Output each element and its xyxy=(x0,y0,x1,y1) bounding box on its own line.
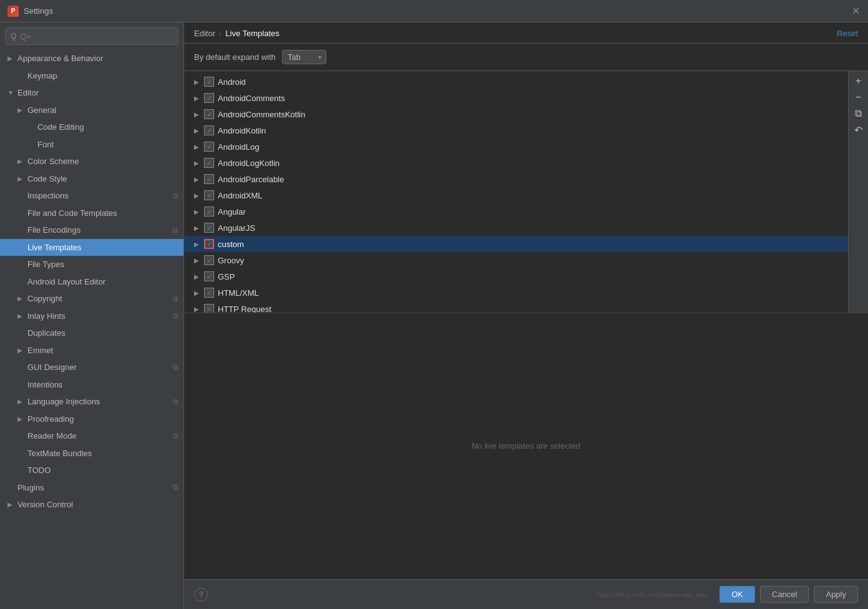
template-item[interactable]: ▶✓AndroidKotlin xyxy=(184,122,848,139)
cancel-button[interactable]: Cancel xyxy=(760,586,809,603)
sidebar-item-inlay-hints[interactable]: ▶ Inlay Hints ⧉ xyxy=(0,308,183,325)
template-item[interactable]: ▶✓HTML/XML xyxy=(184,285,848,301)
apply-button[interactable]: Apply xyxy=(814,586,858,603)
sidebar-item-version-control[interactable]: ▶ Version Control xyxy=(0,496,183,514)
sidebar: Q ▶ Appearance & Behavior Keymap ▼ Edito… xyxy=(0,22,184,609)
checkbox[interactable]: ✓ xyxy=(204,304,214,313)
breadcrumb: Editor › Live Templates xyxy=(194,29,280,38)
checkbox[interactable]: ✓ xyxy=(204,207,214,217)
sidebar-item-code-editing[interactable]: Code Editing xyxy=(0,119,183,136)
sidebar-item-label: Color Scheme xyxy=(27,155,178,168)
template-item[interactable]: ▶✓Groovy xyxy=(184,252,848,268)
title-bar-title: Settings xyxy=(24,6,851,16)
close-button[interactable]: ✕ xyxy=(851,6,861,16)
checkbox[interactable]: ✓ xyxy=(204,125,214,135)
template-name: AndroidLogKotlin xyxy=(218,158,280,168)
checkbox[interactable]: ✓ xyxy=(204,239,214,249)
sidebar-item-proofreading[interactable]: ▶ Proofreading xyxy=(0,411,183,428)
remove-button[interactable]: − xyxy=(851,90,866,105)
template-item[interactable]: ▶✓Angular xyxy=(184,203,848,220)
checkbox[interactable]: ✓ xyxy=(204,93,214,103)
template-item[interactable]: ▶✓AndroidLogKotlin xyxy=(184,155,848,171)
template-item[interactable]: ▶✓AndroidParcelable xyxy=(184,171,848,187)
sidebar-item-label: General xyxy=(27,104,178,117)
sidebar-item-appearance[interactable]: ▶ Appearance & Behavior xyxy=(0,50,183,67)
template-name: AndroidKotlin xyxy=(218,126,266,135)
template-name: AndroidXML xyxy=(218,191,263,200)
sidebar-item-textmate-bundles[interactable]: TextMate Bundles xyxy=(0,445,183,462)
undo-button[interactable]: ↶ xyxy=(851,122,866,137)
sidebar-item-label: Inlay Hints xyxy=(27,310,170,323)
checkbox[interactable]: ✓ xyxy=(204,77,214,87)
sidebar-item-file-encodings[interactable]: File Encodings ⧉ xyxy=(0,222,183,239)
breadcrumb-separator: › xyxy=(219,29,222,38)
chevron-right-icon: ▶ xyxy=(17,105,27,115)
checkbox[interactable]: ✓ xyxy=(204,142,214,152)
help-button[interactable]: ? xyxy=(194,588,208,602)
sidebar-item-general[interactable]: ▶ General xyxy=(0,102,183,119)
sidebar-item-file-code-templates[interactable]: File and Code Templates xyxy=(0,205,183,222)
sidebar-item-font[interactable]: Font xyxy=(0,136,183,153)
sidebar-item-code-style[interactable]: ▶ Code Style xyxy=(0,170,183,188)
template-item[interactable]: ▶✓GSP xyxy=(184,268,848,285)
template-name: AndroidParcelable xyxy=(218,175,284,184)
sidebar-item-duplicates[interactable]: Duplicates xyxy=(0,324,183,342)
search-box[interactable]: Q xyxy=(5,27,178,45)
expand-select[interactable]: Tab Space Enter xyxy=(282,50,326,64)
bottom-bar: ? https://blog.csdn.net/yerenyuan_pku OK… xyxy=(184,579,868,609)
template-item[interactable]: ▶✓AndroidXML xyxy=(184,187,848,203)
sidebar-item-label: Duplicates xyxy=(27,327,178,339)
chevron-right-icon: ▶ xyxy=(7,54,17,63)
template-name: AndroidCommentsKotlin xyxy=(218,110,305,119)
checkbox[interactable]: ✓ xyxy=(204,109,214,119)
template-item[interactable]: ▶✓Android xyxy=(184,74,848,90)
checkbox[interactable]: ✓ xyxy=(204,158,214,168)
sidebar-item-label: Editor xyxy=(17,87,178,99)
template-item[interactable]: ▶✓AndroidComments xyxy=(184,90,848,106)
template-name: GSP xyxy=(218,272,235,281)
dialog-buttons: OK Cancel Apply xyxy=(719,586,858,603)
checkbox[interactable]: ✓ xyxy=(204,190,214,200)
sidebar-item-todo[interactable]: TODO xyxy=(0,462,183,479)
template-item[interactable]: ▶✓AndroidLog xyxy=(184,139,848,155)
sidebar-item-label: Inspections xyxy=(27,190,170,202)
sidebar-item-label: TODO xyxy=(27,464,178,477)
checkbox[interactable]: ✓ xyxy=(204,288,214,298)
sidebar-item-label: Proofreading xyxy=(27,413,178,426)
sidebar-item-emmet[interactable]: ▶ Emmet xyxy=(0,342,183,359)
sidebar-item-keymap[interactable]: Keymap xyxy=(0,67,183,85)
sidebar-item-file-types[interactable]: File Types xyxy=(0,256,183,273)
sidebar-item-editor[interactable]: ▼ Editor xyxy=(0,84,183,102)
template-item[interactable]: ▶✓AngularJS xyxy=(184,220,848,236)
sidebar-item-label: Version Control xyxy=(17,499,178,511)
sidebar-item-gui-designer[interactable]: GUI Designer ⧉ xyxy=(0,359,183,376)
ok-button[interactable]: OK xyxy=(719,586,755,603)
copy-icon: ⧉ xyxy=(173,396,178,407)
sidebar-item-inspections[interactable]: Inspections ⧉ xyxy=(0,187,183,205)
template-name: AndroidComments xyxy=(218,94,285,103)
template-item[interactable]: ▶✓AndroidCommentsKotlin xyxy=(184,106,848,122)
sidebar-item-plugins[interactable]: Plugins ⧉ xyxy=(0,479,183,497)
chevron-right-icon: ▶ xyxy=(194,290,204,296)
template-item[interactable]: ▶✓HTTP Request xyxy=(184,301,848,313)
breadcrumb-current: Live Templates xyxy=(225,29,279,38)
copy-button[interactable]: ⧉ xyxy=(851,106,866,121)
sidebar-item-reader-mode[interactable]: Reader Mode ⧉ xyxy=(0,427,183,445)
expand-select-wrapper[interactable]: Tab Space Enter xyxy=(282,50,326,64)
add-button[interactable]: + xyxy=(851,74,866,89)
checkbox[interactable]: ✓ xyxy=(204,223,214,233)
checkbox[interactable]: ✓ xyxy=(204,174,214,184)
action-buttons: + − ⧉ ↶ xyxy=(848,71,868,313)
sidebar-item-intentions[interactable]: Intentions xyxy=(0,376,183,394)
sidebar-item-color-scheme[interactable]: ▶ Color Scheme xyxy=(0,153,183,170)
sidebar-item-copyright[interactable]: ▶ Copyright ⧉ xyxy=(0,290,183,308)
search-input[interactable] xyxy=(20,32,173,41)
checkbox[interactable]: ✓ xyxy=(204,271,214,281)
search-icon: Q xyxy=(11,32,16,41)
reset-button[interactable]: Reset xyxy=(837,29,858,38)
sidebar-item-android-layout-editor[interactable]: Android Layout Editor xyxy=(0,273,183,291)
sidebar-item-live-templates[interactable]: Live Templates xyxy=(0,239,183,256)
template-item[interactable]: ▶✓custom xyxy=(184,236,848,252)
sidebar-item-lang-injections[interactable]: ▶ Language Injections ⧉ xyxy=(0,393,183,411)
checkbox[interactable]: ✓ xyxy=(204,255,214,265)
